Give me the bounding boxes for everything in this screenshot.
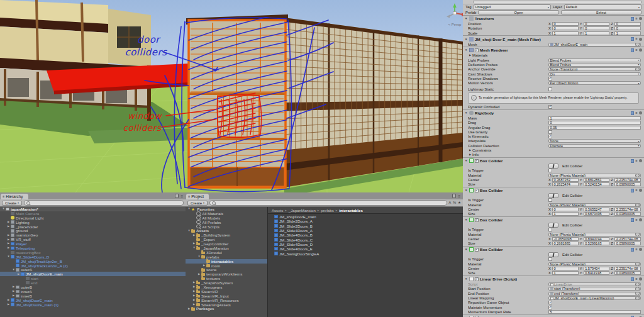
- preset-icon[interactable]: ≡: [635, 218, 637, 222]
- foldout-arrow-icon[interactable]: ▶: [6, 238, 11, 241]
- hierarchy-item[interactable]: ▶VR_stuff: [0, 237, 186, 242]
- hierarchy-item[interactable]: ▶Lighting: [0, 220, 186, 225]
- value-field[interactable]: 0: [552, 26, 579, 30]
- value-field[interactable]: None (Physic Material): [548, 174, 641, 177]
- camera-mode-label[interactable]: < Persp: [448, 23, 462, 26]
- preset-icon[interactable]: ≡: [635, 48, 637, 52]
- value-field[interactable]: 0: [614, 26, 641, 30]
- prefab-select-button[interactable]: Select: [561, 10, 641, 14]
- project-folder-item[interactable]: All Scripts: [186, 225, 267, 229]
- value-field[interactable]: 2.235174e-08: [614, 237, 641, 241]
- object-picker-icon[interactable]: [635, 282, 640, 286]
- value-field[interactable]: 0.2625474: [552, 182, 579, 186]
- project-folder-item[interactable]: ▶temporaryWorkItems: [186, 272, 267, 276]
- help-icon[interactable]: [631, 37, 634, 41]
- gear-icon[interactable]: [639, 248, 642, 251]
- breadcrumb-item[interactable]: Assets: [272, 208, 283, 213]
- project-folder-item[interactable]: ▼★Favorites: [186, 207, 267, 211]
- value-field[interactable]: 0: [584, 22, 610, 26]
- foldout-arrow-icon[interactable]: ▼: [1, 208, 6, 210]
- value-field[interactable]: 0.2681885: [552, 242, 579, 245]
- is-kinematic-checkbox[interactable]: ✓: [548, 135, 552, 138]
- foldout-arrow-icon[interactable]: ▶: [6, 234, 11, 236]
- foldout-arrow-icon[interactable]: ▶: [192, 303, 196, 306]
- foldout-arrow-icon[interactable]: ▶: [192, 299, 196, 301]
- value-field[interactable]: On: [548, 72, 641, 76]
- hierarchy-search[interactable]: [24, 200, 184, 206]
- help-icon[interactable]: [631, 17, 634, 21]
- help-icon[interactable]: [631, 159, 634, 163]
- gear-icon[interactable]: [639, 111, 642, 114]
- project-create-button[interactable]: Create ▾: [187, 201, 208, 206]
- component-header-transform[interactable]: ▼Transform≡: [463, 15, 644, 22]
- project-folder-item[interactable]: All Models: [186, 216, 267, 220]
- value-field[interactable]: JM_shojiDoorE_main (LinearMapping): [548, 296, 641, 300]
- project-folder-item[interactable]: All Prefabs: [186, 220, 267, 225]
- hierarchy-item[interactable]: ▶Teleporting: [0, 246, 186, 250]
- gear-icon[interactable]: [639, 159, 642, 162]
- hierarchy-item[interactable]: JM_shojiTrackLwr2m_A (2): [0, 264, 186, 268]
- value-field[interactable]: 0: [584, 26, 610, 30]
- project-search[interactable]: [209, 200, 447, 206]
- foldout-arrow-icon[interactable]: ▶: [192, 294, 196, 297]
- hierarchy-item[interactable]: ▶JM_shojiDoorE_main (1): [0, 303, 186, 307]
- foldout-arrow-icon[interactable]: ▼: [192, 247, 196, 249]
- foldout-arrow-icon[interactable]: ▶: [6, 225, 11, 228]
- edit-collider-button[interactable]: [548, 252, 558, 257]
- hierarchy-search-input[interactable]: [31, 201, 181, 205]
- foldout-arrow-icon[interactable]: ▶: [192, 290, 196, 292]
- preset-icon[interactable]: ≡: [635, 277, 637, 281]
- value-field[interactable]: 1: [552, 31, 579, 35]
- search-by-label-icon[interactable]: %: [453, 201, 456, 205]
- object-picker-icon[interactable]: [635, 262, 640, 266]
- value-field[interactable]: 0: [552, 208, 579, 211]
- value-field[interactable]: None (Physic Material): [548, 262, 641, 266]
- object-picker-icon[interactable]: [635, 203, 640, 207]
- foldout-arrow-icon[interactable]: ▶: [468, 54, 472, 57]
- component-enabled-checkbox[interactable]: ✓: [475, 277, 479, 281]
- edit-collider-button[interactable]: [548, 193, 558, 198]
- project-file-item[interactable]: JM_Slide4Doors_B: [268, 233, 463, 237]
- hierarchy-item[interactable]: Directional Light: [0, 216, 186, 220]
- foldout-arrow-icon[interactable]: ▶: [468, 149, 472, 152]
- object-picker-icon[interactable]: [635, 67, 640, 71]
- project-search-input[interactable]: [217, 201, 444, 205]
- value-field[interactable]: 0.5299163: [584, 242, 610, 245]
- project-file-item[interactable]: JM_shojiDoorE_main: [268, 214, 463, 219]
- component-enabled-checkbox[interactable]: ✓: [475, 248, 479, 252]
- value-field[interactable]: None (Physic Material): [548, 203, 641, 207]
- foldout-arrow-icon[interactable]: ▼: [464, 38, 468, 41]
- edit-collider-button[interactable]: [548, 164, 558, 169]
- reposition-game-object-checkbox[interactable]: ✓: [548, 301, 552, 304]
- hierarchy-item[interactable]: ▼JM_Slide4Doors_D: [0, 255, 186, 259]
- foldout-arrow-icon[interactable]: ▶: [6, 247, 11, 249]
- object-picker-icon[interactable]: [635, 174, 640, 177]
- value-field[interactable]: JM_shojiDoorE_main: [548, 43, 641, 47]
- value-field[interactable]: 0.6870495: [584, 212, 610, 216]
- receive-shadows-checkbox[interactable]: ✓: [548, 77, 552, 81]
- gear-icon[interactable]: [639, 17, 642, 20]
- object-picker-icon[interactable]: [635, 292, 640, 296]
- search-by-type-icon[interactable]: A: [449, 201, 452, 205]
- gear-icon[interactable]: [639, 277, 642, 281]
- tag-dropdown[interactable]: Untagged: [474, 4, 551, 10]
- component-header-linear-mapping[interactable]: ▼✓Linear Mapping (Script)≡: [463, 314, 644, 317]
- value-field[interactable]: end (Transform): [548, 292, 641, 296]
- value-field[interactable]: 0.03890005: [614, 242, 641, 245]
- project-folder-item[interactable]: ▶_Xenogears: [186, 285, 267, 289]
- value-field[interactable]: 0: [552, 267, 579, 270]
- help-icon[interactable]: [631, 218, 634, 222]
- foldout-arrow-icon[interactable]: ▼: [464, 48, 468, 52]
- foldout-arrow-icon[interactable]: ▶: [6, 299, 11, 301]
- value-field[interactable]: None: [548, 139, 641, 143]
- component-enabled-checkbox[interactable]: ✓: [475, 189, 479, 192]
- hierarchy-item[interactable]: ▶JM_shojiDoorE_main: [0, 272, 186, 276]
- maintain-momentum-checkbox[interactable]: ✓: [548, 306, 552, 309]
- component-header-mesh-renderer[interactable]: ▼✓Mesh Renderer≡: [463, 47, 644, 53]
- help-icon[interactable]: [631, 111, 634, 115]
- foldout-arrow-icon[interactable]: ▶: [202, 264, 206, 267]
- tab-project[interactable]: ≡ Project: [186, 194, 209, 199]
- project-folder-item[interactable]: _Export: [186, 237, 267, 242]
- help-icon[interactable]: [631, 48, 634, 52]
- foldout-arrow-icon[interactable]: ▼: [464, 159, 468, 162]
